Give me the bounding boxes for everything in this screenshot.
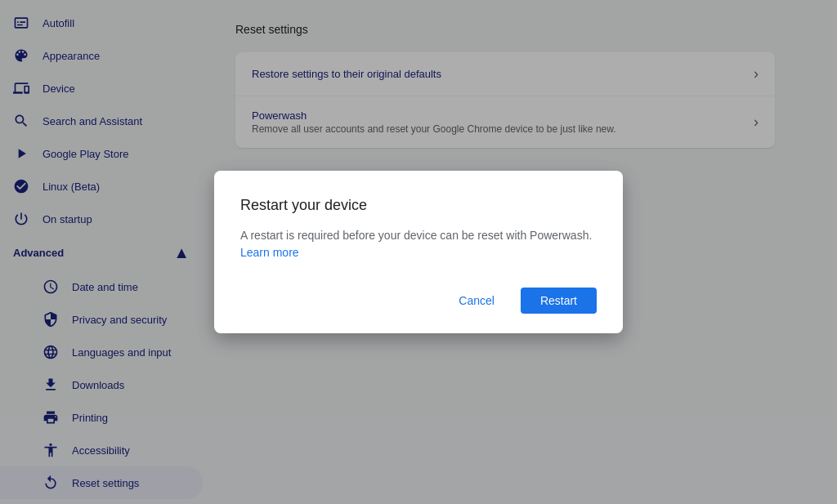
learn-more-link[interactable]: Learn more [240, 246, 299, 259]
dialog-title: Restart your device [240, 197, 597, 214]
dialog-body-text: A restart is required before your device… [240, 229, 592, 242]
restart-button[interactable]: Restart [521, 288, 597, 314]
dialog-overlay: Restart your device A restart is require… [0, 0, 837, 504]
dialog-actions: Cancel Restart [240, 288, 597, 314]
dialog-body: A restart is required before your device… [240, 227, 597, 261]
cancel-button[interactable]: Cancel [439, 288, 514, 314]
restart-dialog: Restart your device A restart is require… [214, 171, 623, 333]
